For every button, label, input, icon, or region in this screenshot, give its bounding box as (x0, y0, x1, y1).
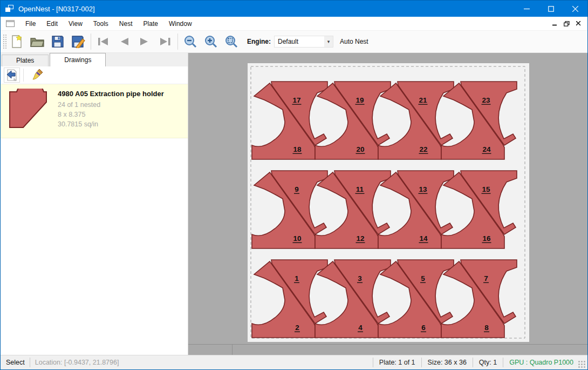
menu-edit[interactable]: Edit (41, 17, 63, 30)
chevron-down-icon: ▾ (324, 36, 333, 47)
new-file-icon[interactable] (6, 32, 27, 51)
title-bar: OpenNest - [N0317-002] (1, 1, 587, 17)
part-number-label: 18 (293, 145, 302, 153)
menu-items: FileEditViewToolsNestPlateWindow (20, 17, 197, 30)
part-number-label: 23 (482, 96, 490, 104)
part-number-label: 7 (484, 274, 488, 282)
part-number-label: 17 (292, 96, 300, 104)
auto-nest-button[interactable]: Auto Nest (340, 38, 368, 45)
part-number-label: 4 (358, 324, 363, 332)
drawing-nested-count: 24 of 1 nested (58, 101, 164, 109)
drawing-title: 4980 A05 Extraction pipe holder (58, 90, 164, 98)
part-number-label: 5 (421, 274, 425, 282)
engine-selected-value: Default (275, 38, 324, 45)
part-number-label: 20 (356, 145, 364, 153)
plate-page: 171819202122232491011121314151612345678 (248, 63, 529, 342)
main-toolbar: Engine: Default ▾ Auto Nest (1, 31, 587, 53)
app-icon (5, 5, 14, 12)
part-number-label: 24 (482, 145, 491, 153)
mdi-close-button[interactable] (572, 18, 584, 29)
menu-view[interactable]: View (63, 17, 88, 30)
menu-plate[interactable]: Plate (138, 17, 163, 30)
part-number-label: 21 (419, 96, 427, 104)
drawing-list-item[interactable]: 4980 A05 Extraction pipe holder 24 of 1 … (1, 84, 188, 138)
close-button[interactable] (563, 1, 587, 17)
zoom-fit-icon[interactable] (221, 32, 242, 51)
part-number-label: 6 (421, 324, 426, 332)
menu-nest[interactable]: Nest (114, 17, 138, 30)
mdi-minimize-button[interactable] (549, 18, 560, 29)
side-panel: Plates Drawings 4980 A05 Extraction pipe… (1, 53, 188, 355)
part-number-label: 22 (419, 145, 427, 153)
engine-label: Engine: (247, 38, 271, 45)
part-number-label: 11 (356, 185, 364, 193)
app-window: OpenNest - [N0317-002] FileEditViewTools… (0, 0, 588, 370)
menu-bar: FileEditViewToolsNestPlateWindow (1, 17, 587, 31)
clear-drawings-broom-icon[interactable] (30, 68, 46, 83)
last-plate-icon[interactable] (155, 32, 175, 51)
part-number-label: 8 (484, 324, 489, 332)
maximize-button[interactable] (539, 1, 563, 17)
resize-grip-icon[interactable] (578, 360, 585, 368)
zoom-out-icon[interactable] (180, 32, 201, 51)
mdi-restore-button[interactable] (560, 18, 572, 29)
drawings-toolbar (1, 66, 188, 84)
zoom-in-icon[interactable] (201, 32, 221, 51)
import-drawing-icon[interactable] (4, 68, 20, 83)
tab-drawings[interactable]: Drawings (50, 53, 106, 66)
status-size: Size: 36 x 36 (427, 359, 468, 366)
menu-tools[interactable]: Tools (88, 17, 114, 30)
horizontal-scrollbar[interactable] (188, 344, 587, 355)
minimize-button[interactable] (515, 1, 539, 17)
open-file-icon[interactable] (27, 32, 47, 51)
part-number-label: 10 (293, 234, 301, 243)
first-plate-icon[interactable] (93, 32, 114, 51)
drawing-size: 8 x 8.375 (58, 111, 164, 118)
save-icon[interactable] (47, 32, 68, 51)
status-location: Location: [-0.9437, 21.8796] (35, 359, 119, 366)
mdi-document-icon[interactable] (6, 20, 15, 27)
part-number-label: 14 (419, 234, 428, 243)
toolbar-grip[interactable] (2, 33, 6, 50)
part-thumbnail (8, 89, 49, 132)
engine-select[interactable]: Default ▾ (274, 36, 333, 48)
drawings-list-empty-area (1, 138, 188, 355)
status-gpu: GPU : Quadro P1000 (508, 359, 575, 366)
next-plate-icon[interactable] (134, 32, 155, 51)
status-mode: Select (6, 359, 25, 366)
part-number-label: 3 (358, 274, 362, 282)
part-number-label: 1 (295, 274, 299, 282)
status-qty: Qty: 1 (478, 359, 498, 366)
status-bar: Select Location: [-0.9437, 21.8796] Plat… (1, 355, 587, 369)
part-number-label: 9 (295, 185, 299, 193)
part-number-label: 16 (482, 234, 491, 243)
save-as-icon[interactable] (68, 32, 88, 51)
part-number-label: 15 (482, 185, 490, 193)
nest-canvas[interactable]: 171819202122232491011121314151612345678 (188, 53, 587, 355)
part-number-label: 19 (355, 96, 364, 104)
status-plate: Plate: 1 of 1 (378, 359, 416, 366)
window-title: OpenNest - [N0317-002] (18, 5, 515, 13)
panel-tabstrip: Plates Drawings (1, 53, 188, 66)
part-number-label: 2 (295, 324, 299, 332)
part-number-label: 12 (356, 234, 364, 243)
drawing-area: 30.7815 sq/in (58, 120, 164, 128)
part-number-label: 13 (419, 185, 427, 193)
menu-file[interactable]: File (20, 17, 41, 30)
menu-window[interactable]: Window (163, 17, 197, 30)
tab-plates[interactable]: Plates (2, 55, 49, 66)
previous-plate-icon[interactable] (114, 32, 134, 51)
